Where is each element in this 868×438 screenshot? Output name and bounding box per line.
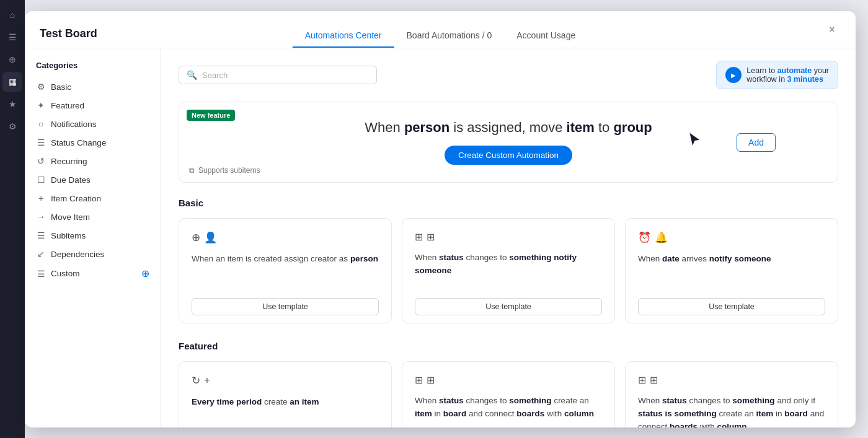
move-item-icon: → <box>36 212 46 222</box>
sidebar-item-status-change[interactable]: ☰ Status Change <box>25 133 161 152</box>
search-input[interactable] <box>202 71 369 80</box>
subitems-icon: ☰ <box>36 230 46 240</box>
app-search-icon[interactable]: ⊕ <box>2 50 22 69</box>
basic-card-0: ⊕ 👤 When an item is created assign creat… <box>179 218 392 323</box>
card-icons-1: ⊞ ⊞ <box>415 231 602 243</box>
card-icons-2: ⏰ 🔔 <box>638 231 825 244</box>
card-text-1: When status changes to something notify … <box>415 252 602 289</box>
featured-card-icons-2: ⊞ ⊞ <box>638 374 825 386</box>
video-badge[interactable]: ▶ Learn to automate yourworkflow in 3 mi… <box>716 61 838 89</box>
app-home-icon[interactable]: ⌂ <box>2 5 22 25</box>
dependencies-icon: ↙ <box>36 249 46 259</box>
due-dates-icon: ☐ <box>36 175 46 185</box>
sidebar-item-move-item[interactable]: → Move Item <box>25 208 161 226</box>
sidebar-item-label-item-creation: Item Creation <box>51 194 101 203</box>
tab-account-usage[interactable]: Account Usage <box>504 24 588 48</box>
use-template-button-basic-0[interactable]: Use template <box>192 298 379 315</box>
search-box[interactable]: 🔍 <box>179 66 377 84</box>
refresh-icon: ↻ <box>192 374 200 387</box>
sidebar-item-featured[interactable]: ✦ Featured <box>25 96 161 115</box>
sidebar-item-label-status: Status Change <box>51 138 106 147</box>
featured-card-text-1: When status changes to something create … <box>415 395 602 427</box>
featured-card-icons-1: ⊞ ⊞ <box>415 374 602 386</box>
sidebar-item-due-dates[interactable]: ☐ Due Dates <box>25 170 161 189</box>
use-template-button-basic-1[interactable]: Use template <box>415 298 602 315</box>
plus-icon: + <box>204 374 210 387</box>
custom-icon: ☰ <box>36 269 46 279</box>
modal-header: Test Board Automations Center Board Auto… <box>25 11 856 48</box>
sidebar-item-item-creation[interactable]: + Item Creation <box>25 189 161 208</box>
sidebar-item-notifications[interactable]: ○ Notifications <box>25 115 161 133</box>
card-text-2: When date arrives notify someone <box>638 253 825 289</box>
modal-body: Categories ⚙ Basic ✦ Featured ○ Notifica… <box>25 48 856 427</box>
sidebar-item-label-recurring: Recurring <box>51 157 87 166</box>
sidebar-item-recurring[interactable]: ↺ Recurring <box>25 152 161 170</box>
automations-modal: Test Board Automations Center Board Auto… <box>25 11 856 427</box>
modal-close-button[interactable]: × <box>823 21 841 38</box>
sidebar-item-basic[interactable]: ⚙ Basic <box>25 77 161 96</box>
sidebar-item-label-custom: Custom <box>51 269 80 278</box>
sidebar-item-label-subitems: Subitems <box>51 231 86 240</box>
categories-title: Categories <box>25 61 161 77</box>
grid-icon-f2a: ⊞ <box>638 374 646 386</box>
basic-cards-grid: ⊕ 👤 When an item is created assign creat… <box>179 218 838 323</box>
app-inbox-icon[interactable]: ☰ <box>2 27 22 47</box>
featured-card-text-0: Every time period create an item <box>192 396 379 427</box>
sidebar-item-label-dependencies: Dependencies <box>51 250 104 259</box>
grid-icon-1b: ⊞ <box>427 231 435 243</box>
tab-board-automations[interactable]: Board Automations / 0 <box>394 24 505 48</box>
clock-icon: ⏰ <box>638 231 651 244</box>
sidebar-item-subitems[interactable]: ☰ Subitems <box>25 226 161 245</box>
featured-card-1: ⊞ ⊞ When status changes to something cre… <box>402 361 615 427</box>
app-sidebar: ⌂ ☰ ⊕ ▦ ★ ⚙ <box>0 0 25 438</box>
play-button[interactable]: ▶ <box>725 67 742 83</box>
new-feature-badge: New feature <box>187 110 235 121</box>
card-icons-0: ⊕ 👤 <box>192 231 379 244</box>
banner-text: When person is assigned, move item to gr… <box>365 120 652 136</box>
main-content: 🔍 ▶ Learn to automate yourworkflow in 3 … <box>161 48 856 427</box>
featured-card-icons-0: ↻ + <box>192 374 379 387</box>
banner-footer: ⧉ Supports subitems <box>189 166 260 175</box>
app-boards-icon[interactable]: ▦ <box>2 72 22 92</box>
subitems-icon-footer: ⧉ <box>189 166 195 175</box>
basic-card-2: ⏰ 🔔 When date arrives notify someone Use… <box>625 218 838 323</box>
person-plus-icon: ⊕ <box>192 231 200 244</box>
app-favorites-icon[interactable]: ★ <box>2 94 22 114</box>
basic-card-1: ⊞ ⊞ When status changes to something not… <box>402 218 615 323</box>
custom-add-icon[interactable]: ⊕ <box>141 268 149 279</box>
basic-icon: ⚙ <box>36 82 46 92</box>
top-bar: 🔍 ▶ Learn to automate yourworkflow in 3 … <box>179 61 838 89</box>
grid-icon-f1a: ⊞ <box>415 374 423 386</box>
search-icon: 🔍 <box>187 70 197 80</box>
use-template-button-basic-2[interactable]: Use template <box>638 298 825 315</box>
modal-tabs: Automations Center Board Automations / 0… <box>293 11 588 48</box>
categories-sidebar: Categories ⚙ Basic ✦ Featured ○ Notifica… <box>25 48 161 427</box>
recurring-icon: ↺ <box>36 156 46 166</box>
person-icon: 👤 <box>204 231 217 244</box>
tab-automations-center[interactable]: Automations Center <box>293 24 394 48</box>
card-text-0: When an item is created assign creator a… <box>192 253 379 289</box>
video-badge-text: Learn to automate yourworkflow in 3 minu… <box>746 66 829 84</box>
create-custom-automation-button[interactable]: Create Custom Automation <box>445 146 572 165</box>
grid-icon-f2b: ⊞ <box>650 374 658 386</box>
sidebar-item-label-featured: Featured <box>51 101 84 110</box>
grid-icon-f1b: ⊞ <box>427 374 435 386</box>
modal-title: Test Board <box>40 27 97 40</box>
sidebar-item-dependencies[interactable]: ↙ Dependencies <box>25 245 161 263</box>
sidebar-item-label-notifications: Notifications <box>51 120 97 129</box>
app-settings-icon[interactable]: ⚙ <box>2 116 22 136</box>
sidebar-item-label-basic: Basic <box>51 82 71 92</box>
notifications-icon: ○ <box>36 119 46 129</box>
featured-icon: ✦ <box>36 100 46 110</box>
featured-card-0: ↻ + Every time period create an item Use… <box>179 361 392 427</box>
featured-card-2: ⊞ ⊞ When status changes to something and… <box>625 361 838 427</box>
sidebar-item-label-due-dates: Due Dates <box>51 175 91 185</box>
cursor-indicator <box>688 133 701 149</box>
status-change-icon: ☰ <box>36 138 46 147</box>
supports-subitems-text: Supports subitems <box>198 166 260 175</box>
featured-card-text-2: When status changes to something and onl… <box>638 395 825 427</box>
sidebar-item-label-move-item: Move Item <box>51 212 90 222</box>
featured-section-header: Featured <box>179 341 838 351</box>
add-button[interactable]: Add <box>737 133 776 152</box>
sidebar-item-custom[interactable]: ☰ Custom ⊕ <box>25 263 161 284</box>
